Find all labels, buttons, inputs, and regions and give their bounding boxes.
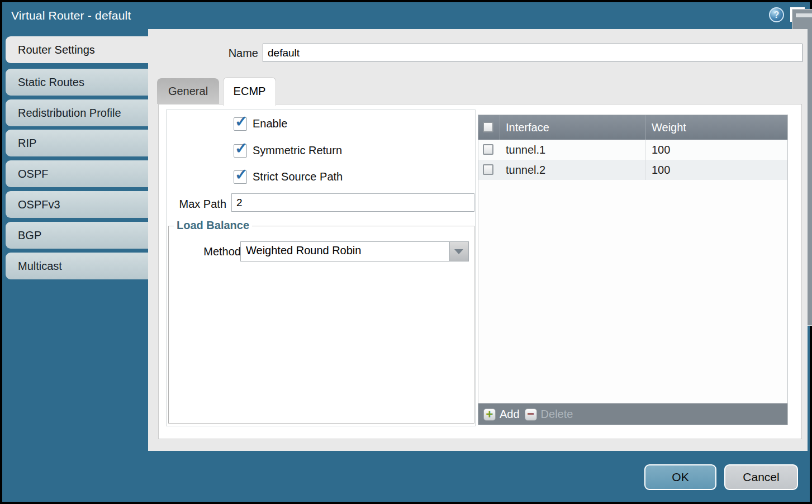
strict-source-path-checkbox[interactable] [234,170,247,184]
name-label: Name [193,47,258,60]
help-icon[interactable]: ? [769,7,784,22]
method-dropdown[interactable]: Weighted Round Robin [240,241,469,261]
strict-source-path-label: Strict Source Path [253,170,343,183]
table-row[interactable]: tunnel.2 100 [478,160,787,180]
delete-button[interactable]: − Delete [525,408,573,421]
header-checkbox-cell [478,115,500,140]
page-title: Virtual Router - default [11,2,131,29]
max-path-label: Max Path [167,198,226,211]
interface-column-header: Interface [500,115,646,140]
sidebar-item-router-settings[interactable]: Router Settings [6,36,149,63]
chevron-down-icon [454,249,463,254]
interface-cell: tunnel.2 [500,160,646,180]
symmetric-return-checkbox[interactable] [234,144,247,158]
max-path-input[interactable] [231,193,474,212]
sidebar-item-ospfv3[interactable]: OSPFv3 [6,191,148,218]
sidebar-item-redistribution-profile[interactable]: Redistribution Profile [6,99,148,126]
minus-icon: − [525,408,537,421]
sidebar-item-rip[interactable]: RIP [6,130,148,156]
add-button-label: Add [500,408,520,421]
window-icon-pane [796,13,812,17]
enable-label: Enable [253,117,287,130]
weight-column-header: Weight [646,115,787,140]
load-balance-legend: Load Balance [174,219,252,232]
method-label: Method [186,245,241,258]
ecmp-panel: ✓ Enable ✓ Symmetric Return ✓ Strict Sou… [158,104,802,439]
sidebar-item-multicast[interactable]: Multicast [6,253,148,279]
sidebar-item-label: Multicast [18,260,62,272]
enable-checkbox[interactable] [234,117,247,131]
table-header: Interface Weight [478,115,787,140]
ecmp-settings-panel: ✓ Enable ✓ Symmetric Return ✓ Strict Sou… [166,110,476,426]
sidebar-item-static-routes[interactable]: Static Routes [6,69,148,96]
sidebar-item-label: OSPF [18,168,48,180]
content-area: Name General ECMP ✓ Enable ✓ Symmetric R… [148,29,808,451]
sidebar-item-ospf[interactable]: OSPF [6,160,148,187]
ok-button[interactable]: OK [644,464,716,490]
method-dropdown-value: Weighted Round Robin [246,244,361,257]
add-button[interactable]: + Add [483,408,520,421]
window-icon[interactable] [790,7,805,22]
interface-cell: tunnel.1 [500,140,646,160]
tab-general[interactable]: General [157,78,219,104]
table-row[interactable]: tunnel.1 100 [478,140,787,160]
tab-ecmp[interactable]: ECMP [223,77,276,106]
sidebar-item-label: BGP [18,229,41,241]
symmetric-return-label: Symmetric Return [253,144,342,157]
cancel-button[interactable]: Cancel [724,464,798,490]
row-checkbox[interactable] [483,144,493,155]
plus-icon: + [483,408,496,421]
load-balance-group: Load Balance Method Weighted Round Robin [168,226,474,424]
sidebar-item-label: OSPFv3 [18,198,60,211]
sidebar-item-label: RIP [18,137,36,149]
weight-cell: 100 [646,140,787,160]
row-checkbox[interactable] [483,164,493,175]
sidebar-item-label: Redistribution Profile [18,107,121,119]
sidebar-item-label: Router Settings [18,44,95,56]
delete-button-label: Delete [541,408,573,421]
select-all-checkbox[interactable] [483,122,493,132]
interface-table: Interface Weight tunnel.1 100 [478,115,788,425]
weight-cell: 100 [646,160,787,180]
name-input[interactable] [263,44,802,62]
sidebar-item-bgp[interactable]: BGP [6,222,148,249]
dropdown-arrow-button[interactable] [449,242,468,261]
sidebar-item-label: Static Routes [18,76,84,88]
row-checkbox-cell [478,140,500,160]
title-bar: Virtual Router - default ? [2,2,810,29]
virtual-router-dialog: Virtual Router - default ? Router Settin… [2,2,810,502]
table-footer: + Add − Delete [478,403,787,425]
row-checkbox-cell [478,160,500,180]
